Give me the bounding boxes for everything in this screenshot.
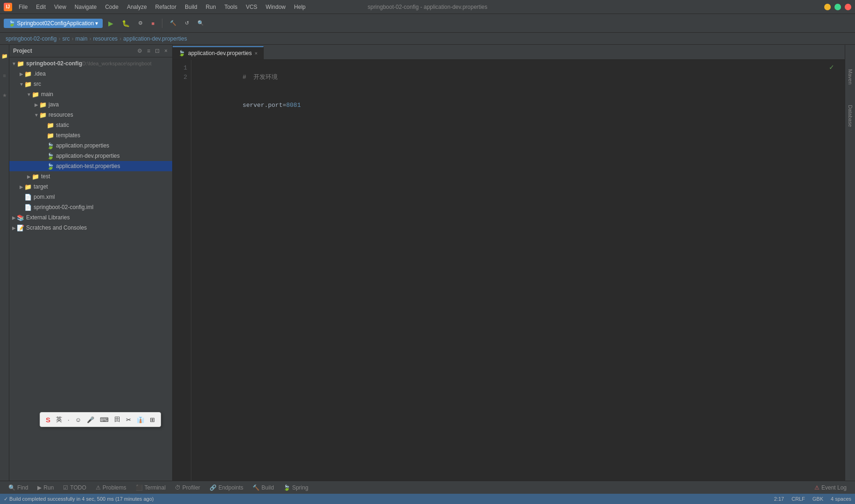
menu-refactor[interactable]: Refactor [152, 2, 180, 12]
breadcrumb-item-src[interactable]: src [62, 35, 70, 42]
scroll-to-icon[interactable]: ⊡ [154, 47, 161, 55]
editor-tabs: 🍃 application-dev.properties × [173, 45, 845, 60]
run-tab[interactable]: ▶ Run [33, 481, 58, 494]
minimize-button[interactable]: – [824, 4, 831, 10]
menu-vcs[interactable]: VCS [242, 2, 261, 12]
build-button[interactable]: 🔨 [167, 19, 179, 28]
maven-tab[interactable]: Maven [845, 63, 855, 90]
find-label: Find [17, 484, 28, 491]
event-log-tab[interactable]: ⚠ Event Log [810, 481, 851, 494]
tree-label-main: main [41, 91, 53, 98]
problems-label: Problems [103, 484, 126, 491]
tab-app-dev-props[interactable]: 🍃 application-dev.properties × [173, 46, 264, 59]
tree-item-app-props[interactable]: 🍃 application.properties [9, 140, 172, 151]
app-test-props-icon: 🍃 [47, 163, 54, 170]
status-charset[interactable]: GBK [813, 496, 823, 502]
find-tab[interactable]: 🔍 Find [4, 481, 33, 494]
database-tab[interactable]: Database [845, 99, 855, 133]
todo-tab[interactable]: ☑ TODO [58, 481, 91, 494]
line-number-2: 2 [173, 73, 187, 82]
breadcrumb-item-file[interactable]: application-dev.properties [123, 35, 187, 42]
menu-navigate[interactable]: Navigate [71, 2, 100, 12]
menu-code[interactable]: Code [101, 2, 122, 12]
ime-dot[interactable]: · [66, 415, 71, 424]
tab-close-btn[interactable]: × [255, 50, 258, 56]
tree-item-src[interactable]: ▼ 📁 src [9, 79, 172, 89]
ime-voice[interactable]: 🎤 [85, 415, 96, 424]
tree-label-test: test [41, 173, 50, 180]
tree-item-templates[interactable]: 📁 templates [9, 130, 172, 140]
collapse-all-icon[interactable]: ≡ [146, 47, 151, 55]
tree-item-iml[interactable]: 📄 springboot-02-config.iml [9, 202, 172, 212]
static-folder-icon: 📁 [47, 122, 54, 129]
gear-icon[interactable]: ⚙ [136, 47, 143, 55]
status-right: 2:17 CRLF GBK 4 spaces [774, 496, 851, 502]
tree-arrow-resources: ▼ [34, 112, 39, 118]
favorites-icon[interactable]: ★ [0, 86, 9, 105]
tree-item-resources[interactable]: ▼ 📁 resources [9, 110, 172, 120]
tree-item-idea[interactable]: ▶ 📁 .idea [9, 69, 172, 79]
menu-view[interactable]: View [50, 2, 70, 12]
status-line-col[interactable]: 2:17 [774, 496, 784, 502]
spring-label: Spring [292, 484, 308, 491]
tree-item-root[interactable]: ▼ 📁 springboot-02-config D:\Idea_workspa… [9, 58, 172, 69]
tree-label-app-props: application.properties [56, 142, 109, 149]
menu-window[interactable]: Window [262, 2, 289, 12]
ime-emoji[interactable]: ☺ [73, 415, 83, 424]
tree-item-main[interactable]: ▼ 📁 main [9, 89, 172, 99]
event-log-icon: ⚠ [814, 484, 820, 491]
breadcrumb-item-project[interactable]: springboot-02-config [6, 35, 56, 42]
status-indent[interactable]: 4 spaces [831, 496, 851, 502]
endpoints-tab[interactable]: 🔗 Endpoints [205, 481, 248, 494]
tree-item-static[interactable]: 📁 static [9, 120, 172, 130]
stop-button[interactable]: ■ [148, 19, 157, 28]
tree-item-app-dev-props[interactable]: 🍃 application-dev.properties [9, 151, 172, 161]
coverage-button[interactable]: ⚙ [135, 19, 146, 28]
breadcrumb-item-main[interactable]: main [75, 35, 87, 42]
menu-analyze[interactable]: Analyze [123, 2, 151, 12]
tree-item-target[interactable]: ▶ 📁 target [9, 182, 172, 192]
build-tab[interactable]: 🔨 Build [248, 481, 279, 494]
debug-button[interactable]: 🐛 [119, 18, 133, 28]
menu-file[interactable]: File [15, 2, 31, 12]
project-icon[interactable]: 📁 [0, 47, 9, 65]
build-status-icon: ✓ [4, 496, 8, 502]
structure-icon[interactable]: ≡ [0, 66, 9, 85]
ime-toolbar: S 英 · ☺ 🎤 ⌨ 田 ✂ 👔 ⊞ [40, 412, 161, 427]
maximize-button[interactable]: □ [834, 4, 841, 10]
code-key: server.port= [243, 102, 287, 109]
tree-item-test[interactable]: ▶ 📁 test [9, 171, 172, 182]
profiler-tab[interactable]: ⏱ Profiler [170, 481, 205, 494]
reload-button[interactable]: ↺ [182, 19, 192, 28]
problems-tab[interactable]: ⚠ Problems [91, 481, 131, 494]
close-button[interactable]: × [845, 4, 851, 10]
run-button[interactable]: ▶ [105, 18, 116, 28]
tree-label-app-dev-props: application-dev.properties [56, 153, 120, 159]
ime-english[interactable]: 英 [54, 414, 64, 425]
terminal-tab[interactable]: ⬛ Terminal [131, 481, 170, 494]
toolbar-run-config[interactable]: 🍃 Springboot02ConfigApplication ▾ [4, 19, 103, 28]
menu-build[interactable]: Build [181, 2, 201, 12]
ime-skin[interactable]: 👔 [135, 415, 146, 424]
ime-clipboard[interactable]: ✂ [124, 415, 133, 424]
tree-item-java[interactable]: ▶ 📁 java [9, 99, 172, 110]
tree-item-pom[interactable]: 📄 pom.xml [9, 192, 172, 202]
menu-tools[interactable]: Tools [221, 2, 241, 12]
tree-label-idea: .idea [34, 70, 46, 77]
close-panel-icon[interactable]: × [163, 47, 168, 55]
tree-arrow-idea: ▶ [19, 71, 24, 77]
spring-tab[interactable]: 🍃 Spring [279, 481, 313, 494]
code-editor[interactable]: # 开发环境 server.port=8081 [191, 60, 845, 481]
ime-keyboard[interactable]: ⌨ [98, 415, 111, 424]
tree-item-scratches[interactable]: ▶ 📝 Scratches and Consoles [9, 223, 172, 233]
menu-run[interactable]: Run [202, 2, 220, 12]
tree-item-external-libs[interactable]: ▶ 📚 External Libraries [9, 212, 172, 223]
ime-tools[interactable]: ⊞ [148, 415, 157, 424]
breadcrumb-item-resources[interactable]: resources [93, 35, 118, 42]
ime-wubi[interactable]: 田 [112, 414, 122, 425]
search-everywhere-button[interactable]: 🔍 [195, 19, 207, 28]
tree-item-app-test-props[interactable]: 🍃 application-test.properties [9, 161, 172, 171]
status-crlf[interactable]: CRLF [792, 496, 805, 502]
menu-help[interactable]: Help [290, 2, 309, 12]
menu-edit[interactable]: Edit [32, 2, 49, 12]
